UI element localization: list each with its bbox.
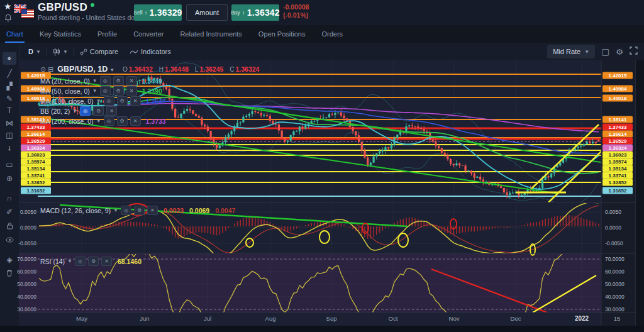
candles-icon: [53, 48, 60, 56]
chevron-down-icon: ▼: [92, 88, 97, 94]
wave-icon: [130, 49, 138, 55]
hide-all-tool[interactable]: [3, 233, 16, 246]
brush-tool[interactable]: ✎: [3, 92, 16, 105]
remove-indicator-button[interactable]: ✕: [126, 76, 137, 86]
chart-toolbar: D▼ ▼ Compare Indicators Mid Rate▼ ▢ ⚙: [19, 43, 644, 61]
indicator-row-ma20[interactable]: MA (20, close, 0)▼ ◎⚙✕ 1.3449: [40, 76, 162, 86]
bottom-strip: [0, 326, 644, 332]
indicator-row-bb[interactable]: BB (20, 2)▼ ◎⚙✕: [40, 106, 122, 116]
ruler-tool[interactable]: ▭: [3, 158, 16, 171]
alert-bell-icon[interactable]: [4, 13, 12, 25]
magnet-tool[interactable]: ∩: [3, 192, 16, 204]
rsi-legend[interactable]: RSI (14)▼ ◎⚙✕ 68.1460: [40, 257, 142, 266]
hide-indicator-button[interactable]: ◎: [100, 86, 111, 96]
remove-indicator-button[interactable]: ✕: [106, 106, 117, 116]
gann-fib-tool[interactable]: ▞: [3, 80, 16, 92]
tab-open-positions[interactable]: Open Positions: [258, 25, 306, 43]
buy-button[interactable]: Buy ↑ 1.36342: [231, 4, 279, 21]
sell-button[interactable]: Sell ↑ 1.36329: [134, 4, 182, 21]
indicator-settings-button[interactable]: ⚙: [88, 257, 99, 266]
rate-mode-select[interactable]: Mid Rate▼: [547, 45, 595, 58]
object-tree-tool[interactable]: ◈: [3, 253, 16, 266]
chevron-down-icon[interactable]: ▼: [109, 67, 114, 73]
chevron-down-icon: ▼: [67, 258, 72, 264]
compare-button[interactable]: Compare: [74, 43, 124, 60]
right-edge-strip: [635, 60, 644, 332]
indicator-settings-button[interactable]: ⚙: [113, 76, 124, 86]
indicator-settings-button[interactable]: ⚙: [113, 86, 124, 96]
indicator-settings-button[interactable]: ⚙: [117, 116, 128, 126]
market-open-dot: [91, 3, 94, 7]
text-tool[interactable]: T: [3, 104, 16, 117]
snapshot-icon[interactable]: ▢: [601, 47, 609, 57]
zoom-in-tool[interactable]: ⊕: [3, 172, 16, 185]
chevron-down-icon: ▼: [63, 49, 68, 55]
trading-app: { "header": { "symbol": "GBP/USD", "subt…: [0, 0, 644, 332]
indicator-settings-button[interactable]: ⚙: [117, 96, 128, 106]
hide-indicator-button[interactable]: ◎: [104, 96, 114, 106]
indicator-settings-button[interactable]: ⚙: [134, 206, 145, 215]
pattern-tool[interactable]: ⋈: [3, 117, 16, 130]
indicator-row-ma50[interactable]: MA (50, close, 0)▼ ◎⚙✕ 1.3390: [40, 86, 162, 96]
chart-style-select[interactable]: ▼: [47, 43, 74, 60]
indicator-settings-button[interactable]: ⚙: [93, 106, 104, 116]
compare-icon: [80, 48, 87, 55]
indicator-row-ma200[interactable]: MA (200, close, 0)▼ ◎⚙✕ 1.3733: [40, 116, 166, 126]
chevron-down-icon: ▼: [96, 98, 101, 104]
chevron-down-icon: ▼: [584, 49, 589, 55]
price-change: -0.00008 (-0.01%): [283, 3, 309, 19]
tab-profile[interactable]: Profile: [97, 25, 117, 43]
remove-indicator-button[interactable]: ✕: [147, 206, 158, 215]
up-arrow-icon: ↑: [145, 9, 148, 16]
tab-converter[interactable]: Converter: [133, 25, 164, 43]
indicators-button[interactable]: Indicators: [124, 43, 177, 60]
hide-indicator-button[interactable]: ◎: [75, 257, 86, 266]
hide-indicator-button[interactable]: ◎: [104, 116, 114, 126]
symbol-subtitle: Pound sterling - United States dollar: [38, 14, 143, 21]
price-scale[interactable]: [601, 60, 635, 326]
draw-tool[interactable]: ✐: [3, 206, 16, 218]
chevron-down-icon: ▼: [92, 78, 97, 84]
hide-indicator-button[interactable]: ◎: [121, 206, 131, 215]
settings-gear-icon[interactable]: ⚙: [616, 47, 623, 57]
arrow-mark-tool[interactable]: ↓: [3, 141, 16, 153]
chevron-down-icon: ▼: [113, 208, 118, 213]
up-arrow-icon: ↑: [242, 9, 245, 16]
collapse-circle-icon[interactable]: ⊙: [40, 65, 46, 73]
symbol-legend[interactable]: ⊙⊟ GBP/USD, 1D ▼ O1.36432 H1.36448 L1.36…: [40, 65, 259, 74]
remove-indicator-button[interactable]: ✕: [101, 257, 112, 266]
macd-legend[interactable]: MACD (12, 26, close, 9)▼ ◎⚙✕ 0.0023 0.00…: [40, 206, 235, 215]
indicator-row-ma100[interactable]: MA (100, close, 0)▼ ◎⚙✕ 1.3547: [40, 96, 166, 106]
remove-all-tool[interactable]: [3, 267, 16, 279]
page-title: GBP/USD: [38, 1, 94, 14]
lock-all-tool[interactable]: [3, 219, 16, 232]
drawing-toolbar: ⌖ ╱ ▞ ✎ T ⋈ ◫ ↓ ▭ ⊕ ∩ ✐ ◈: [0, 43, 19, 332]
crosshair-tool[interactable]: ⌖: [3, 52, 16, 65]
usd-flag-icon: [21, 9, 34, 18]
trend-line-tool[interactable]: ╱: [3, 67, 16, 80]
favorite-star-icon[interactable]: ★: [4, 1, 12, 11]
tab-chart[interactable]: Chart: [6, 25, 23, 43]
remove-indicator-button[interactable]: ✕: [130, 96, 141, 106]
remove-indicator-button[interactable]: ✕: [126, 86, 137, 96]
minimize-icon[interactable]: ⊟: [48, 65, 53, 73]
tab-orders[interactable]: Orders: [321, 25, 343, 43]
interval-select[interactable]: D▼: [23, 43, 47, 60]
tab-key-statistics[interactable]: Key Statistics: [40, 25, 81, 43]
hide-indicator-button[interactable]: ◎: [80, 106, 91, 116]
tab-related-instruments[interactable]: Related Instruments: [180, 25, 242, 43]
time-axis[interactable]: [19, 313, 635, 326]
amount-button[interactable]: Amount: [186, 4, 228, 21]
chevron-down-icon: ▼: [72, 108, 77, 114]
header: ★ GBP/USD Pound sterling - United States…: [0, 0, 644, 25]
hide-indicator-button[interactable]: ◎: [100, 76, 111, 86]
chevron-down-icon: ▼: [36, 49, 41, 55]
nav-tabs: Chart Key Statistics Profile Converter R…: [0, 25, 644, 43]
fullscreen-icon[interactable]: [630, 47, 638, 57]
remove-indicator-button[interactable]: ✕: [130, 116, 141, 126]
forecast-tool[interactable]: ◫: [3, 129, 16, 141]
chevron-down-icon: ▼: [96, 118, 101, 124]
